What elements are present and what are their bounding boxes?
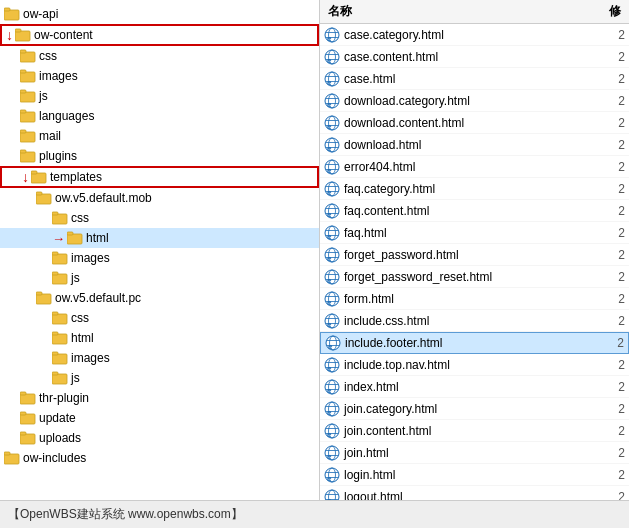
tree-item-ow-v5-default-mob[interactable]: ow.v5.default.mob <box>0 188 319 208</box>
file-item-7[interactable]: e faq.category.html2 <box>320 178 629 200</box>
file-name-6: error404.html <box>344 160 565 174</box>
file-list-panel: 名称 修 e case.category.html2 e case.conten… <box>320 0 629 500</box>
tree-item-ow-api[interactable]: ow-api <box>0 4 319 24</box>
folder-icon-mail <box>20 129 36 143</box>
svg-text:e: e <box>327 34 332 43</box>
tree-item-html[interactable]: → html <box>0 228 319 248</box>
tree-item-ow-v5-default-pc[interactable]: ow.v5.default.pc <box>0 288 319 308</box>
svg-rect-23 <box>67 232 73 235</box>
tree-item-plugins[interactable]: plugins <box>0 146 319 166</box>
file-name-4: download.content.html <box>344 116 565 130</box>
file-list-scroll[interactable]: e case.category.html2 e case.content.htm… <box>320 24 629 500</box>
tree-item-css2[interactable]: css <box>0 208 319 228</box>
file-name-14: include.footer.html <box>345 336 564 350</box>
file-date-10: 2 <box>565 248 625 262</box>
file-list-header: 名称 修 <box>320 0 629 24</box>
file-item-16[interactable]: e index.html2 <box>320 376 629 398</box>
file-item-21[interactable]: e logout.html2 <box>320 486 629 500</box>
tree-item-ow-includes[interactable]: ow-includes <box>0 448 319 468</box>
file-date-4: 2 <box>565 116 625 130</box>
file-item-20[interactable]: e login.html2 <box>320 464 629 486</box>
tree-item-html2[interactable]: html <box>0 328 319 348</box>
file-item-6[interactable]: e error404.html2 <box>320 156 629 178</box>
tree-item-update[interactable]: update <box>0 408 319 428</box>
svg-rect-13 <box>20 130 26 133</box>
tree-label-images3: images <box>71 351 110 365</box>
svg-text:e: e <box>327 320 332 329</box>
tree-item-uploads[interactable]: uploads <box>0 428 319 448</box>
tree-item-images2[interactable]: images <box>0 248 319 268</box>
file-item-19[interactable]: e join.html2 <box>320 442 629 464</box>
tree-label-plugins: plugins <box>39 149 77 163</box>
svg-text:e: e <box>328 342 333 351</box>
file-item-8[interactable]: e faq.content.html2 <box>320 200 629 222</box>
svg-text:e: e <box>327 232 332 241</box>
tree-item-css3[interactable]: css <box>0 308 319 328</box>
ie-icon-12: e <box>324 291 340 307</box>
file-item-9[interactable]: e faq.html2 <box>320 222 629 244</box>
folder-icon-js3 <box>52 371 68 385</box>
tree-item-js2[interactable]: js <box>0 268 319 288</box>
svg-text:e: e <box>327 254 332 263</box>
svg-rect-2 <box>15 31 30 41</box>
ie-icon-17: e <box>324 401 340 417</box>
svg-rect-16 <box>31 173 46 183</box>
tree-item-css[interactable]: css <box>0 46 319 66</box>
svg-text:e: e <box>327 298 332 307</box>
tree-item-js3[interactable]: js <box>0 368 319 388</box>
file-tree-scroll[interactable]: ow-api↓ ow-content css images js languag… <box>0 0 319 500</box>
file-name-11: forget_password_reset.html <box>344 270 565 284</box>
ie-icon-3: e <box>324 93 340 109</box>
svg-rect-9 <box>20 90 26 93</box>
file-item-1[interactable]: e case.content.html2 <box>320 46 629 68</box>
tree-item-mail[interactable]: mail <box>0 126 319 146</box>
tree-label-images2: images <box>71 251 110 265</box>
file-name-21: logout.html <box>344 490 565 501</box>
file-item-13[interactable]: e include.css.html2 <box>320 310 629 332</box>
folder-icon-js2 <box>52 271 68 285</box>
svg-rect-32 <box>52 334 67 344</box>
svg-text:e: e <box>327 100 332 109</box>
file-item-12[interactable]: e form.html2 <box>320 288 629 310</box>
file-item-14[interactable]: e include.footer.html2 <box>320 332 629 354</box>
file-item-18[interactable]: e join.content.html2 <box>320 420 629 442</box>
tree-label-css2: css <box>71 211 89 225</box>
svg-text:e: e <box>327 210 332 219</box>
svg-text:e: e <box>327 144 332 153</box>
folder-icon-ow-v5-default-mob <box>36 191 52 205</box>
svg-rect-6 <box>20 72 35 82</box>
tree-item-js[interactable]: js <box>0 86 319 106</box>
tree-item-thr-plugin[interactable]: thr-plugin <box>0 388 319 408</box>
svg-text:e: e <box>327 166 332 175</box>
file-date-19: 2 <box>565 446 625 460</box>
file-date-14: 2 <box>564 336 624 350</box>
tree-item-images[interactable]: images <box>0 66 319 86</box>
file-item-11[interactable]: e forget_password_reset.html2 <box>320 266 629 288</box>
file-item-10[interactable]: e forget_password.html2 <box>320 244 629 266</box>
file-date-9: 2 <box>565 226 625 240</box>
file-date-16: 2 <box>565 380 625 394</box>
tree-item-templates[interactable]: ↓ templates <box>0 166 319 188</box>
svg-rect-42 <box>20 434 35 444</box>
file-item-0[interactable]: e case.category.html2 <box>320 24 629 46</box>
file-item-3[interactable]: e download.category.html2 <box>320 90 629 112</box>
svg-rect-14 <box>20 152 35 162</box>
tree-item-ow-content[interactable]: ↓ ow-content <box>0 24 319 46</box>
file-item-4[interactable]: e download.content.html2 <box>320 112 629 134</box>
ie-icon-13: e <box>324 313 340 329</box>
svg-rect-40 <box>20 414 35 424</box>
svg-rect-3 <box>15 29 21 32</box>
file-item-5[interactable]: e download.html2 <box>320 134 629 156</box>
svg-rect-26 <box>52 274 67 284</box>
tree-item-languages[interactable]: languages <box>0 106 319 126</box>
file-item-15[interactable]: e include.top.nav.html2 <box>320 354 629 376</box>
tree-item-images3[interactable]: images <box>0 348 319 368</box>
folder-icon-css <box>20 49 36 63</box>
svg-rect-44 <box>4 454 19 464</box>
svg-rect-1 <box>4 8 10 11</box>
svg-rect-18 <box>36 194 51 204</box>
svg-text:e: e <box>327 408 332 417</box>
file-item-2[interactable]: e case.html2 <box>320 68 629 90</box>
file-item-17[interactable]: e join.category.html2 <box>320 398 629 420</box>
svg-text:e: e <box>327 364 332 373</box>
